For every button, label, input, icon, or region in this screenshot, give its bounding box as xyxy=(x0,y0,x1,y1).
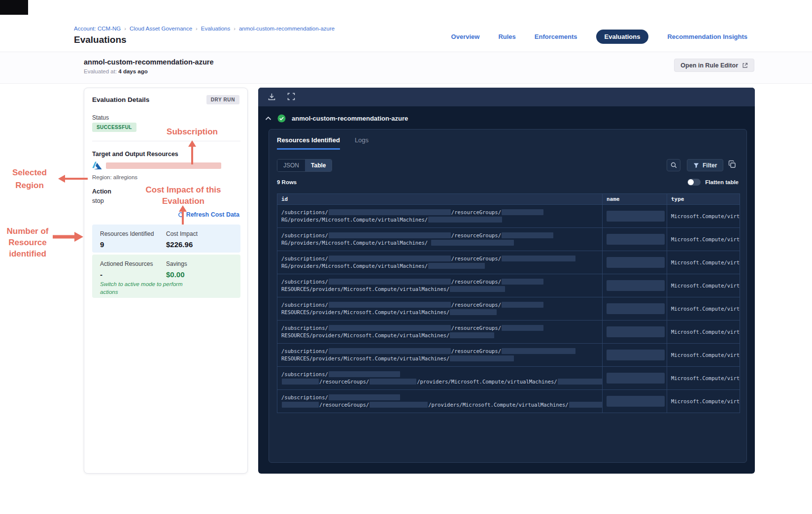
cell-id: /subscriptions//resourceGroups/RG/provid… xyxy=(277,205,603,228)
open-rule-editor-label: Open in Rule Editor xyxy=(680,62,738,69)
open-rule-editor-button[interactable]: Open in Rule Editor xyxy=(674,59,754,72)
resource-id-line1: /subscriptions//resourceGroups/ xyxy=(281,232,598,239)
nav-item-enforcements[interactable]: Enforcements xyxy=(535,33,577,40)
nav-item-recommendation-insights[interactable]: Recommendation Insights xyxy=(667,33,747,40)
table-row: /subscriptions//resourceGroups/RESOURCES… xyxy=(277,297,740,321)
redacted-name xyxy=(607,373,665,384)
resource-id-line1: /subscriptions//resourceGroups/ xyxy=(281,301,598,309)
resources-identified: Resources Identified 9 xyxy=(100,230,154,249)
redacted-name xyxy=(607,326,665,337)
cell-type: Microsoft.Compute/virtu xyxy=(667,205,740,228)
redacted-text xyxy=(502,325,543,331)
resource-id-line1: /subscriptions//resourceGroups/ xyxy=(281,324,598,332)
view-toggle: JSONTable xyxy=(277,159,332,172)
actioned-resources: Actioned Resources - xyxy=(100,260,153,279)
fullscreen-icon[interactable] xyxy=(287,93,295,100)
column-header-name[interactable]: name xyxy=(603,194,667,205)
cell-id: /subscriptions//resourceGroups/RESOURCES… xyxy=(277,321,603,344)
flatten-table-toggle[interactable] xyxy=(687,179,701,186)
evaluation-details-card: Evaluation Details DRY RUN Status SUCCES… xyxy=(84,88,248,474)
cell-id: /subscriptions//resourceGroups/RESOURCES… xyxy=(277,274,603,297)
redacted-name xyxy=(607,280,665,291)
nav-item-rules[interactable]: Rules xyxy=(498,33,515,40)
redacted-text xyxy=(450,286,505,292)
redacted-text xyxy=(428,217,502,223)
copy-icon[interactable] xyxy=(728,160,737,169)
redacted-text xyxy=(502,256,575,261)
cell-id: /subscriptions//resourceGroups/RESOURCES… xyxy=(277,344,603,367)
cell-name xyxy=(603,205,667,228)
breadcrumb-link[interactable]: Cloud Asset Governance xyxy=(130,26,192,32)
card-title: Evaluation Details xyxy=(92,96,149,103)
tab-logs[interactable]: Logs xyxy=(355,136,369,150)
redacted-text xyxy=(329,394,400,400)
column-header-id[interactable]: id xyxy=(277,194,603,205)
active-mode-note: Switch to active mode to perform actions xyxy=(100,280,184,296)
tab-resources-identified[interactable]: Resources Identified xyxy=(277,136,340,150)
status-badge: SUCCESSFUL xyxy=(92,123,136,132)
cell-type: Microsoft.Compute/virtu xyxy=(667,367,740,390)
status-label: Status xyxy=(92,114,109,121)
redacted-text xyxy=(329,209,451,215)
redacted-text xyxy=(329,256,451,261)
resource-id-line1: /subscriptions/ xyxy=(281,371,598,378)
annotation-selected-region: SelectedRegion xyxy=(2,166,57,192)
subheader: anmol-custom-recommendation-azure Evalua… xyxy=(0,53,812,84)
cell-type: Microsoft.Compute/virtu xyxy=(667,274,740,297)
flatten-table-control: Flatten table xyxy=(687,179,739,186)
cost-impact-value: $226.96 xyxy=(166,240,198,249)
view-toggle-table[interactable]: Table xyxy=(305,160,332,171)
resources-table-wrap: idnametype /subscriptions//resourceGroup… xyxy=(277,193,740,413)
nav-item-overview[interactable]: Overview xyxy=(451,33,480,40)
redacted-text xyxy=(450,355,514,361)
cell-id: /subscriptions//resourceGroups/RG/provid… xyxy=(277,228,603,251)
subscription-arrow xyxy=(187,140,197,165)
resource-id-line2: RESOURCES/providers/Microsoft.Compute/vi… xyxy=(281,286,598,293)
redacted-name xyxy=(607,396,665,407)
breadcrumb-link[interactable]: Account: CCM-NG xyxy=(74,26,121,32)
cell-id: /subscriptions//resourceGroups//provider… xyxy=(277,390,603,413)
table-row: /subscriptions//resourceGroups/RG/provid… xyxy=(277,228,740,251)
search-icon xyxy=(671,162,677,168)
filter-button[interactable]: Filter xyxy=(687,159,723,171)
cell-type: Microsoft.Compute/virtu xyxy=(667,251,740,274)
breadcrumb-link[interactable]: Evaluations xyxy=(201,26,230,32)
page-title: Evaluations xyxy=(74,34,127,45)
resources-identified-label: Resources Identified xyxy=(100,230,154,237)
annotation-cost-impact: Cost Impact of thisEvaluation xyxy=(141,184,225,207)
resource-id-line1: /subscriptions//resourceGroups/ xyxy=(281,255,598,262)
resource-id-line2: RG/providers/Microsoft.Compute/virtualMa… xyxy=(281,216,598,224)
subscription-redacted-bar xyxy=(106,162,221,169)
search-button[interactable] xyxy=(667,159,680,171)
view-toggle-json[interactable]: JSON xyxy=(277,160,305,171)
redacted-text xyxy=(502,232,553,238)
top-nav: OverviewRulesEnforcementsEvaluationsReco… xyxy=(451,30,747,44)
column-header-type[interactable]: type xyxy=(667,194,740,205)
evaluated-at-value: 4 days ago xyxy=(118,68,147,74)
cell-type: Microsoft.Compute/virtu xyxy=(667,297,740,321)
actioned-resources-label: Actioned Resources xyxy=(100,260,153,267)
redacted-text xyxy=(329,302,451,308)
success-check-icon xyxy=(277,114,286,123)
resource-id-line1: /subscriptions//resourceGroups/ xyxy=(281,278,598,286)
table-row: /subscriptions//resourceGroups//provider… xyxy=(277,367,740,390)
redacted-text xyxy=(282,402,319,408)
redacted-text xyxy=(569,402,603,408)
breadcrumb-link[interactable]: anmol-custom-recommendation-azure xyxy=(239,26,335,32)
cell-id: /subscriptions//resourceGroups/RG/provid… xyxy=(277,251,603,274)
redacted-text xyxy=(370,379,416,385)
selected-region-arrow xyxy=(57,174,89,184)
actioned-metrics-box: Actioned Resources - Savings $0.00 Switc… xyxy=(92,255,240,298)
azure-icon xyxy=(92,161,102,170)
redacted-text xyxy=(282,379,319,385)
cell-id: /subscriptions//resourceGroups//provider… xyxy=(277,367,603,390)
dry-run-badge: DRY RUN xyxy=(206,95,239,104)
download-icon[interactable] xyxy=(268,93,276,101)
savings: Savings $0.00 xyxy=(166,260,187,279)
flatten-table-label: Flatten table xyxy=(705,179,739,185)
redacted-text xyxy=(329,348,451,354)
nav-item-evaluations[interactable]: Evaluations xyxy=(596,30,649,44)
target-resources-label: Target and Output Resources xyxy=(92,151,178,158)
collapse-chevron-icon[interactable] xyxy=(265,116,271,121)
cell-type: Microsoft.Compute/virtu xyxy=(667,228,740,251)
